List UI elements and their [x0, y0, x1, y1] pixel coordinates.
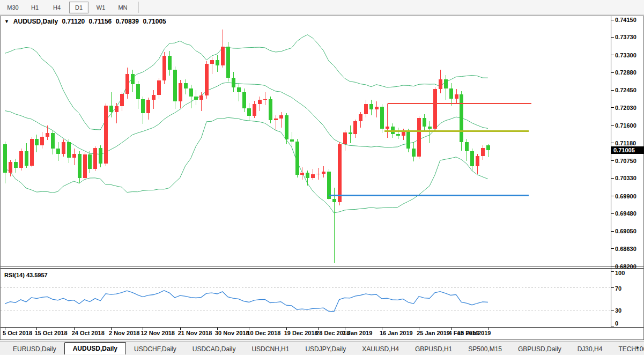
- chart-tab-usdchf-daily[interactable]: USDCHF,Daily: [126, 344, 184, 354]
- chart-tab-gbpusd-h1[interactable]: GBPUSD,H1: [407, 344, 460, 354]
- chart-tab-eurusd-daily[interactable]: EURUSD,Daily: [5, 344, 64, 354]
- date-axis-label: 2 Nov 2018: [109, 330, 139, 336]
- timeframe-button-h4[interactable]: H4: [47, 2, 66, 13]
- price-axis-label: 0.69900: [615, 193, 636, 199]
- date-axis-label: 19 Dec 2018: [284, 330, 318, 336]
- chart-title-high: 0.71156: [89, 18, 112, 25]
- price-axis-label: 0.74150: [615, 17, 636, 23]
- rsi-axis-label: 30: [615, 307, 621, 314]
- chart-canvas[interactable]: [1, 16, 643, 339]
- chart-tab-usdcad-daily[interactable]: USDCAD,Daily: [184, 344, 244, 354]
- chart-title-close: 0.71005: [143, 18, 166, 25]
- timeframe-button-d1[interactable]: D1: [69, 2, 88, 13]
- chart-window: ▼ AUDUSD,Daily 0.71120 0.71156 0.70839 0…: [0, 16, 644, 340]
- chart-tab-bar: EURUSD,DailyAUDUSD,DailyUSDCHF,DailyUSDC…: [0, 341, 644, 354]
- chart-title: ▼ AUDUSD,Daily 0.71120 0.71156 0.70839 0…: [4, 18, 168, 25]
- tab-scroll-buttons: ◂▸: [631, 344, 642, 350]
- price-axis-label: 0.70750: [615, 158, 636, 164]
- price-axis-label: 0.69480: [615, 210, 636, 217]
- chart-tab-gbpusd-daily[interactable]: GBPUSD,Daily: [510, 344, 569, 354]
- price-axis-label: 0.69050: [615, 228, 636, 234]
- date-axis-label: 5 Oct 2018: [3, 330, 32, 336]
- rsi-axis-label: 70: [615, 285, 621, 292]
- date-axis-label: 25 Jan 2019: [417, 330, 450, 336]
- chart-tab-xauusd-h4[interactable]: XAUUSD,H4: [354, 344, 407, 354]
- price-axis-label: 0.71180: [615, 140, 636, 146]
- date-axis-label: 7 Jan 2019: [343, 330, 373, 336]
- price-axis-label: 0.70330: [615, 175, 636, 181]
- price-axis-label: 0.72030: [615, 105, 636, 111]
- chart-tab-audusd-daily[interactable]: AUDUSD,Daily: [64, 342, 126, 354]
- price-axis-label: 0.73300: [615, 52, 636, 58]
- chart-title-low: 0.70839: [116, 18, 139, 25]
- date-axis-label: 10 Dec 2018: [247, 330, 280, 336]
- rsi-indicator-label: RSI(14) 43.5957: [4, 272, 48, 278]
- date-axis-label: 24 Oct 2018: [72, 330, 105, 336]
- timeframe-button-mn[interactable]: MN: [113, 2, 132, 13]
- price-axis-label: 0.68630: [615, 246, 636, 252]
- chart-title-symbol: AUDUSD,Daily: [13, 18, 58, 25]
- price-axis-label: 0.68200: [615, 263, 636, 270]
- price-axis-label: 0.72450: [615, 87, 636, 93]
- chart-title-open: 0.71120: [62, 18, 85, 25]
- date-axis-label: 15 Oct 2018: [34, 330, 67, 336]
- mt4-window: M30H1H4D1W1MN ▼ AUDUSD,Daily 0.71120 0.7…: [0, 0, 644, 355]
- timeframe-button-h1[interactable]: H1: [25, 2, 45, 13]
- current-price-badge: 0.71005: [611, 146, 644, 154]
- price-axis-label: 0.73730: [615, 34, 636, 40]
- date-axis-label: 21 Nov 2018: [178, 330, 212, 336]
- chart-tab-usdcnh-h1[interactable]: USDCNH,H1: [243, 344, 297, 354]
- chart-tab-sp500-m15[interactable]: SP500,M15: [460, 344, 510, 354]
- date-axis-label: 16 Jan 2019: [380, 330, 413, 336]
- collapse-triangle-icon[interactable]: ▼: [4, 19, 9, 24]
- toolbar-separator: [138, 2, 139, 13]
- price-axis-label: 0.71600: [615, 122, 636, 129]
- timeframe-button-m30[interactable]: M30: [3, 2, 23, 13]
- tab-scroll-left-icon[interactable]: ◂: [631, 344, 636, 350]
- price-axis-label: 0.72880: [615, 69, 636, 76]
- rsi-axis-label: 100: [615, 270, 625, 276]
- timeframe-toolbar: M30H1H4D1W1MN: [0, 0, 644, 15]
- date-axis-label: 12 Nov 2018: [140, 330, 175, 336]
- date-axis-label: 30 Nov 2018: [215, 330, 249, 336]
- date-axis-label: 13 Feb 2019: [457, 330, 491, 336]
- timeframe-button-w1[interactable]: W1: [91, 2, 110, 13]
- chart-tab-usdjpy-daily[interactable]: USDJPY,Daily: [297, 344, 354, 354]
- tab-scroll-right-icon[interactable]: ▸: [636, 344, 642, 350]
- chart-tab-dj30-h4[interactable]: DJ30,H4: [569, 344, 611, 354]
- rsi-axis-label: 0: [615, 320, 618, 327]
